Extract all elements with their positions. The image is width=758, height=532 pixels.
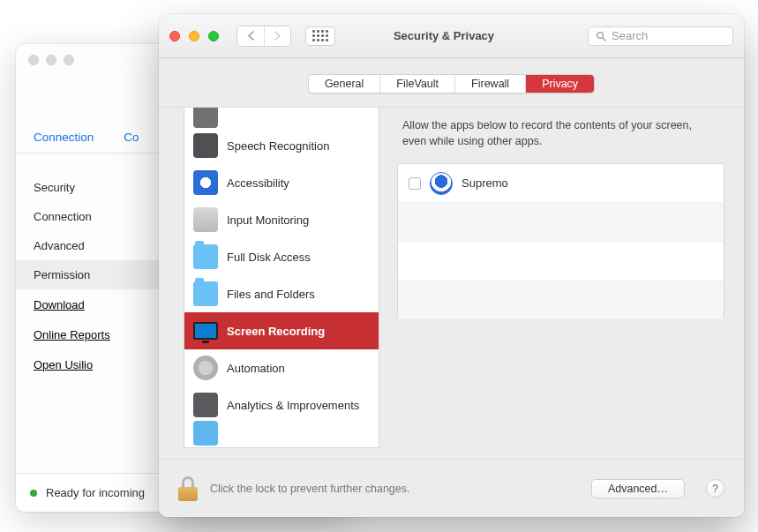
chevron-left-icon [247,31,255,41]
privacy-category-list[interactable]: Speech Recognition Accessibility Input M… [184,108,379,448]
status-text: Ready for incoming [46,486,145,499]
supremo-app-icon [430,172,453,195]
bg-minimize-icon[interactable] [46,55,56,65]
privacy-item-screen-recording[interactable]: Screen Recording [184,312,379,349]
privacy-item-label: Accessibility [227,176,289,190]
privacy-item-automation[interactable]: Automation [184,349,379,386]
automation-icon [193,356,218,380]
svg-line-1 [603,38,605,41]
tab-privacy[interactable]: Privacy [526,75,594,93]
tab-firewall[interactable]: Firewall [455,75,526,93]
toolbar: Security & Privacy Search [159,14,744,58]
status-dot-icon [30,490,37,497]
input-monitoring-icon [193,207,218,232]
search-icon [596,31,606,41]
bg-tab-connection[interactable]: Connection [34,131,94,144]
privacy-item-advertising[interactable] [184,423,379,446]
privacy-item-label: Screen Recording [227,325,325,338]
privacy-item-accessibility[interactable]: Accessibility [184,164,379,201]
footer-bar: Click the lock to prevent further change… [159,459,744,517]
privacy-item-files-and-folders[interactable]: Files and Folders [184,275,379,312]
tab-filevault[interactable]: FileVault [380,75,455,93]
advertising-icon [193,421,218,446]
lock-body-icon [178,487,198,501]
advanced-button[interactable]: Advanced… [591,479,685,498]
app-permission-list: Supremo [397,163,724,318]
privacy-item-label: Input Monitoring [227,214,309,227]
search-input[interactable]: Search [588,26,733,46]
speech-icon [193,133,218,158]
system-preferences-window: Security & Privacy Search General FileVa… [159,14,744,517]
help-button[interactable]: ? [706,479,724,498]
privacy-detail-pane: Allow the apps below to record the conte… [397,108,724,459]
accessibility-icon [193,170,218,195]
privacy-item-analytics[interactable]: Analytics & Improvements [184,386,379,423]
folder-icon [193,281,218,306]
privacy-item-label: Automation [227,362,285,375]
list-row-empty [398,281,724,319]
privacy-item-full-disk-access[interactable]: Full Disk Access [184,238,379,275]
tab-strip: General FileVault Firewall Privacy [159,58,744,108]
minimize-icon[interactable] [189,31,199,41]
app-permission-row[interactable]: Supremo [398,164,724,203]
forward-button[interactable] [264,26,290,46]
list-row-empty [398,242,724,281]
search-placeholder: Search [612,29,648,42]
tab-general[interactable]: General [309,75,380,93]
privacy-item-label: Files and Folders [227,288,315,301]
bg-close-icon[interactable] [28,55,39,65]
screen-icon [193,318,218,343]
privacy-item-speech-recognition[interactable]: Speech Recognition [184,127,379,164]
list-row-empty [398,203,724,242]
privacy-item-microphone[interactable] [184,108,379,127]
privacy-item-label: Analytics & Improvements [227,399,359,412]
privacy-item-input-monitoring[interactable]: Input Monitoring [184,201,379,238]
bg-zoom-icon[interactable] [64,55,74,65]
app-name: Supremo [462,176,508,190]
close-icon[interactable] [169,31,180,41]
bg-tab-truncated[interactable]: Co [124,131,139,144]
folder-icon [193,244,218,269]
privacy-description: Allow the apps below to record the conte… [397,108,724,163]
mic-icon [193,108,218,128]
privacy-item-label: Speech Recognition [227,139,329,153]
analytics-icon [193,393,218,417]
svg-point-0 [597,32,604,38]
permission-checkbox[interactable] [409,177,421,190]
window-title: Security & Privacy [309,29,579,42]
back-button[interactable] [237,26,264,46]
zoom-icon[interactable] [208,31,219,41]
chevron-right-icon [274,31,281,41]
lock-hint-text: Click the lock to prevent further change… [210,483,579,495]
privacy-item-label: Full Disk Access [227,251,311,264]
lock-button[interactable] [178,476,198,501]
nav-buttons [236,26,291,47]
